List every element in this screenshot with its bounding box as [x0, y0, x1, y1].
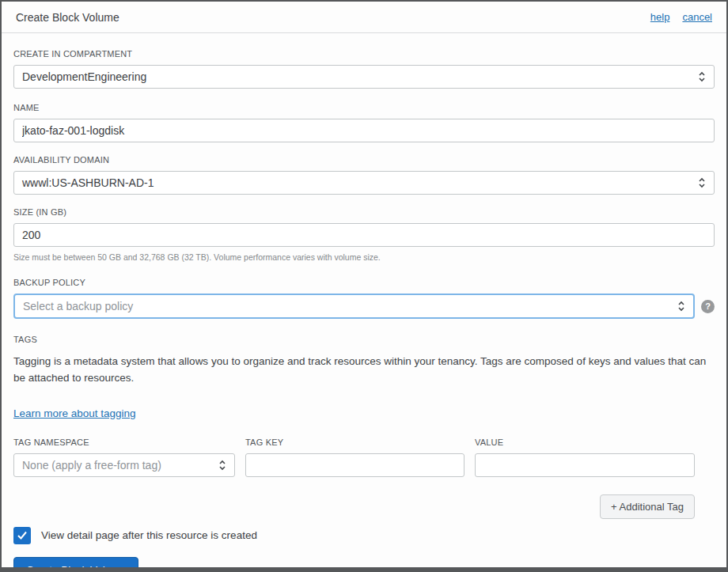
chevron-up-down-icon [218, 459, 226, 472]
tags-description: Tagging is a metadata system that allows… [13, 354, 715, 387]
name-input[interactable] [13, 119, 715, 142]
tags-section-label: TAGS [13, 335, 715, 344]
chevron-up-down-icon [698, 176, 706, 189]
page-title: Create Block Volume [16, 11, 119, 24]
view-detail-checkbox-label: View detail page after this resource is … [41, 529, 257, 541]
dialog-header: Create Block Volume help cancel [2, 2, 726, 33]
size-label: SIZE (IN GB) [13, 207, 715, 217]
size-input[interactable] [13, 223, 715, 247]
tag-value-label: VALUE [475, 438, 695, 447]
tag-key-input[interactable] [245, 453, 464, 477]
help-question-icon[interactable]: ? [701, 300, 715, 313]
checkmark-icon [17, 531, 28, 540]
view-detail-checkbox[interactable] [13, 527, 31, 544]
name-label: NAME [13, 103, 715, 112]
tag-namespace-select[interactable]: None (apply a free-form tag) [13, 453, 235, 477]
compartment-select[interactable]: DevelopmentEngineering [13, 65, 715, 89]
tag-value-input[interactable] [475, 453, 695, 477]
chevron-up-down-icon [677, 300, 685, 313]
tag-namespace-select-value: None (apply a free-form tag) [22, 459, 212, 472]
compartment-select-value: DevelopmentEngineering [22, 70, 692, 83]
cancel-link[interactable]: cancel [682, 11, 712, 23]
size-helper-text: Size must be between 50 GB and 32,768 GB… [13, 252, 715, 262]
chevron-up-down-icon [698, 70, 706, 83]
create-block-volume-button[interactable]: Create Block Volume [13, 557, 138, 572]
backup-policy-label: BACKUP POLICY [13, 278, 715, 287]
tag-namespace-label: TAG NAMESPACE [13, 438, 235, 447]
compartment-label: CREATE IN COMPARTMENT [13, 49, 715, 59]
create-block-volume-dialog: Create Block Volume help cancel CREATE I… [0, 0, 728, 572]
backup-policy-placeholder: Select a backup policy [23, 300, 671, 313]
availability-domain-label: AVAILABILITY DOMAIN [13, 155, 715, 165]
tag-key-label: TAG KEY [245, 438, 464, 447]
help-link[interactable]: help [650, 11, 670, 23]
backup-policy-select[interactable]: Select a backup policy [13, 294, 695, 319]
learn-more-tagging-link[interactable]: Learn more about tagging [13, 407, 136, 419]
availability-domain-select-value: wwwl:US-ASHBURN-AD-1 [22, 176, 692, 189]
additional-tag-button[interactable]: + Additional Tag [600, 494, 695, 519]
availability-domain-select[interactable]: wwwl:US-ASHBURN-AD-1 [13, 171, 715, 195]
